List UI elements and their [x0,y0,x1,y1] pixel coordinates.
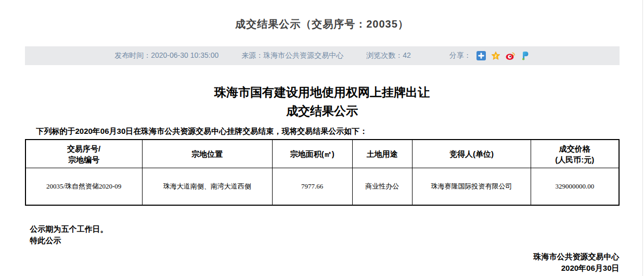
closing-line2: 特此公示 [30,235,620,246]
document-heading: 珠海市国有建设用地使用权网上挂牌出让 成交结果公示 [25,84,620,119]
share-group: 分享： Z [449,51,530,60]
cell-parcel-location: 珠海大道南侧、南湾大道西侧 [142,168,272,206]
view-count: 浏览次数：42 [366,51,411,60]
table-row: 20035/珠自然资储2020-09 珠海大道南侧、南湾大道西侧 7977.66… [25,168,619,206]
signature-org: 珠海市公共资源交易中心 [25,251,620,262]
meta-bar: 发布时间：2020-06-30 10:35:00 来源：珠海市公共资源交易中心 … [25,46,620,65]
signature-date: 2020年06月30日 [25,262,620,274]
announcement-page: 成交结果公示（交易序号：20035） 发布时间：2020-06-30 10:35… [25,17,620,274]
closing-paragraph: 公示期为五个工作日。 特此公示 [25,223,620,246]
header-winning-bidder: 竞得人(单位) [412,140,531,168]
cell-parcel-area: 7977.66 [272,168,352,206]
cell-deal-price: 329000000.00 [531,168,619,206]
header-parcel-area: 宗地面积(㎡) [272,140,352,168]
document-heading-line1: 珠海市国有建设用地使用权网上挂牌出让 [25,84,620,100]
header-parcel-location: 宗地位置 [142,140,272,168]
page-title: 成交结果公示（交易序号：20035） [25,17,620,31]
share-label: 分享： [449,51,471,60]
document-heading-line2: 成交结果公示 [25,103,620,119]
qzone-star-icon[interactable]: Z [491,51,500,60]
cell-winning-bidder: 珠海赛隆国际投资有限公司 [412,168,531,206]
source: 来源：珠海市公共资源交易中心 [241,51,343,60]
cell-transaction-no: 20035/珠自然资储2020-09 [25,168,143,206]
header-deal-price: 成交价格 (人民币:元) [531,140,619,168]
page-edge-divider [642,0,643,276]
signature-block: 珠海市公共资源交易中心 2020年06月30日 [25,251,620,274]
cell-land-use: 商业性办公 [352,168,412,206]
intro-paragraph: 下列标的于2020年06月30日在珠海市公共资源交易中心挂牌交易结束，现将交易结… [25,127,620,136]
publish-time: 发布时间：2020-06-30 10:35:00 [114,51,218,60]
svg-text:Z: Z [494,54,497,58]
pengyou-icon[interactable] [520,51,530,60]
closing-line1: 公示期为五个工作日。 [30,223,620,235]
share-more-icon[interactable] [476,51,486,60]
table-header-row: 交易序号/ 宗地编号 宗地位置 宗地面积(㎡) 土地用途 竞得人(单位) 成交价… [25,140,619,168]
weibo-icon[interactable] [506,51,515,60]
header-transaction-no: 交易序号/ 宗地编号 [25,140,143,168]
header-land-use: 土地用途 [352,140,412,168]
result-table: 交易序号/ 宗地编号 宗地位置 宗地面积(㎡) 土地用途 竞得人(单位) 成交价… [25,139,620,206]
